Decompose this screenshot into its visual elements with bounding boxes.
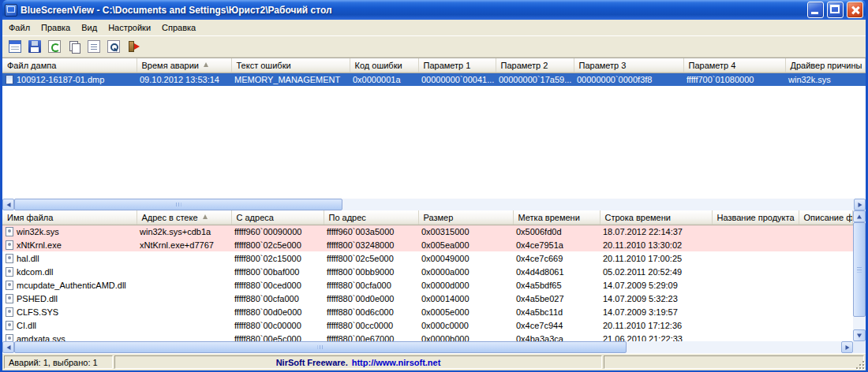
statusbar: Аварий: 1, выбрано: 1 NirSoft Freeware. … [2, 353, 866, 370]
column-header[interactable]: Адрес в стеке [137, 210, 231, 225]
cell: 0x4ce7951a [513, 238, 600, 251]
resize-grip[interactable] [854, 359, 864, 369]
scroll-down-button[interactable] [853, 329, 866, 341]
cell: fffff700`01080000 [683, 73, 785, 86]
table-row[interactable]: kdcom.dllfffff800`00baf000fffff800`00bb9… [2, 265, 853, 278]
menu-item-file[interactable]: Файл [3, 20, 36, 35]
column-header[interactable]: Код ошибки [350, 58, 418, 73]
cell: 00000000`0000f3f8 [574, 73, 683, 86]
menu-item-edit[interactable]: Правка [36, 20, 76, 35]
column-header[interactable]: Строка времени [600, 210, 712, 225]
column-header[interactable]: Время аварии [137, 58, 231, 73]
table-row[interactable]: PSHED.dllfffff880`00cfa000fffff880`00d0e… [2, 292, 853, 305]
column-header[interactable]: По адрес [324, 210, 418, 225]
column-header[interactable]: Параметр 1 [418, 58, 496, 73]
column-header[interactable]: Параметр 2 [496, 58, 574, 73]
vscroll-track[interactable] [853, 317, 866, 329]
table-row[interactable]: hal.dllfffff800`02c15000fffff800`02c5e00… [2, 251, 853, 265]
column-header[interactable]: С адреса [231, 210, 324, 225]
driver-file-icon [6, 227, 13, 236]
hscroll-track[interactable] [627, 341, 841, 353]
report-icon [9, 40, 21, 53]
scroll-right-button[interactable] [854, 199, 866, 210]
vscroll-thumb[interactable] [853, 222, 866, 317]
cell: 14.07.2009 5:32:23 [600, 292, 712, 305]
column-header[interactable]: Драйвер причины [785, 58, 866, 73]
column-header[interactable]: Размер [418, 210, 513, 225]
cell: fffff960`00090000 [231, 225, 324, 238]
cell [712, 238, 799, 251]
table-row[interactable]: CLFS.SYSfffff880`00d0e000fffff880`00d6c0… [2, 305, 853, 318]
save-icon [28, 40, 41, 53]
cell [799, 265, 853, 278]
driver-table-zone: Имя файлаАдрес в стекеС адресаПо адресРа… [2, 210, 853, 341]
close-button[interactable] [847, 2, 863, 18]
table-row[interactable]: 100912-16187-01.dmp09.10.2012 13:53:14ME… [2, 73, 866, 86]
cell: 18.07.2012 22:14:37 [600, 225, 712, 238]
menu-item-view[interactable]: Вид [76, 20, 103, 35]
scroll-up-button[interactable] [853, 210, 866, 222]
cell [799, 332, 853, 341]
save-button[interactable] [25, 38, 43, 55]
cell: win32k.sys+cdb1a [137, 225, 231, 238]
find-button[interactable] [104, 38, 122, 55]
maximize-button[interactable] [827, 2, 844, 18]
cell: 0x005ea000 [418, 238, 513, 251]
freeware-label: NirSoft Freeware. [276, 358, 348, 367]
table-row[interactable]: win32k.syswin32k.sys+cdb1afffff960`00090… [2, 225, 853, 238]
cell: fffff880`00c00000 [231, 318, 324, 332]
cell: 0x0000b000 [418, 332, 513, 341]
column-header[interactable]: Название продукта [712, 210, 799, 225]
cell: fffff880`00d6c000 [324, 305, 418, 318]
cell: 0x4d4d8061 [513, 265, 600, 278]
scroll-left-button[interactable] [2, 199, 14, 210]
copy-icon [68, 40, 80, 53]
driver-file-icon [6, 267, 13, 277]
cell: fffff800`02c5e000 [231, 238, 324, 251]
table-row[interactable]: CI.dllfffff880`00c00000fffff880`00cc0000… [2, 318, 853, 332]
cell: fffff800`00baf000 [231, 265, 324, 278]
driver-list-pane: Имя файлаАдрес в стекеС адресаПо адресРа… [2, 210, 866, 353]
cell: 00000000`00041... [418, 73, 496, 86]
copy-button[interactable] [65, 38, 83, 55]
column-header[interactable]: Файл дампа [2, 58, 137, 73]
cell: kdcom.dll [2, 265, 137, 278]
hscroll-thumb[interactable] [14, 341, 627, 353]
scroll-right-button[interactable] [841, 341, 853, 353]
table-row[interactable]: amdxata.sysfffff880`00e5c000fffff880`00e… [2, 332, 853, 341]
nirsoft-url-link[interactable]: http://www.nirsoft.net [352, 358, 441, 367]
properties-button[interactable] [84, 38, 103, 55]
driver-file-icon [6, 294, 13, 303]
cell: fffff800`00bb9000 [324, 265, 418, 278]
minimize-button[interactable] [807, 2, 824, 18]
driver-hscrollbar[interactable] [2, 341, 853, 353]
status-branding: NirSoft Freeware. http://www.nirsoft.net [114, 355, 602, 369]
cell: 0x4a5bc11d [513, 305, 600, 318]
hscroll-track[interactable] [342, 199, 854, 210]
table-row[interactable]: mcupdate_AuthenticAMD.dllfffff880`00ced0… [2, 278, 853, 292]
column-header[interactable]: Метка времени [513, 210, 600, 225]
cell: fffff880`00e5c000 [231, 332, 324, 341]
dump-file-icon [6, 75, 13, 84]
refresh-button[interactable] [45, 38, 63, 55]
column-header[interactable]: Текст ошибки [231, 58, 350, 73]
column-header[interactable]: Описание ф... [799, 210, 853, 225]
crash-list-pane: Файл дампаВремя аварииТекст ошибкиКод ош… [2, 58, 866, 210]
column-header[interactable]: Параметр 4 [683, 58, 785, 73]
column-header[interactable]: Имя файла [2, 210, 137, 225]
hscroll-thumb[interactable] [14, 199, 342, 210]
exit-button[interactable] [124, 38, 142, 55]
scroll-left-button[interactable] [2, 341, 14, 353]
menu-item-options[interactable]: Настройки [103, 20, 156, 35]
crash-hscrollbar[interactable] [2, 199, 866, 210]
titlebar[interactable]: BlueScreenView - C:\Documents and Settin… [2, 0, 866, 20]
table-row[interactable]: xNtKrnl.exexNtKrnl.exe+d7767fffff800`02c… [2, 238, 853, 251]
crash-table-header: Файл дампаВремя аварииТекст ошибкиКод ош… [2, 58, 866, 73]
report-button[interactable] [6, 38, 24, 55]
cell: 14.07.2009 3:19:57 [600, 305, 712, 318]
driver-file-icon [6, 334, 13, 342]
menu-item-help[interactable]: Справка [156, 20, 201, 35]
column-header[interactable]: Параметр 3 [574, 58, 683, 73]
driver-file-icon [6, 281, 13, 290]
driver-vscrollbar[interactable] [853, 210, 866, 341]
